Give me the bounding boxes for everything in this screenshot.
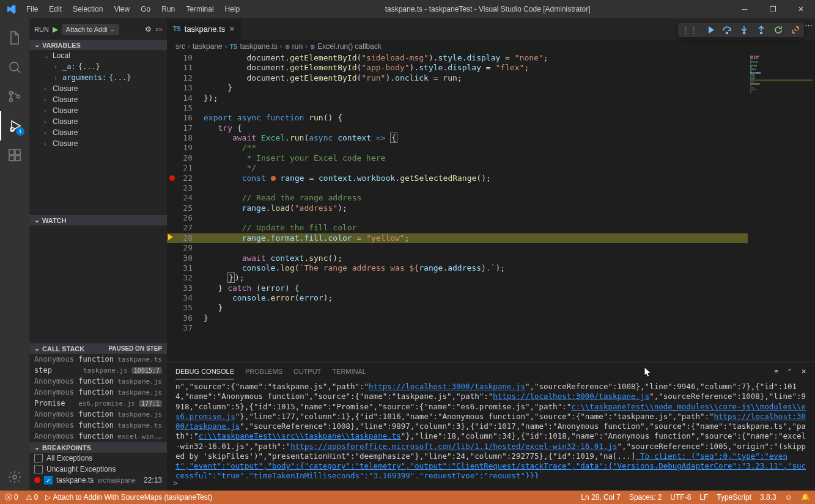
step-over-icon[interactable]	[722, 25, 732, 35]
callstack-frame[interactable]: Anonymous functionexcel-win...	[29, 431, 167, 442]
drag-handle-icon[interactable]: ⋮⋮	[682, 26, 698, 35]
explorer-icon[interactable]	[0, 23, 29, 53]
svg-point-0	[10, 62, 18, 71]
menu-selection[interactable]: Selection	[68, 2, 108, 16]
status-spaces[interactable]: Spaces: 2	[629, 493, 662, 502]
menu-bar: FileEditSelectionViewGoRunTerminalHelp	[21, 2, 245, 16]
code-editor[interactable]: 10 document.getElementById("sideload-msg…	[167, 53, 748, 362]
variable-item[interactable]: ›_a: {...}	[29, 61, 167, 72]
minimap[interactable]: ████ ██ ████████ ██ ███████ ██ █████████…	[748, 53, 815, 362]
vscode-logo	[0, 4, 21, 14]
scope-closure[interactable]: ›Closure	[29, 94, 167, 105]
callstack-frame[interactable]: Anonymous functiontaskpane.ts	[29, 354, 167, 365]
close-tab-icon[interactable]: ✕	[229, 24, 235, 34]
extensions-icon[interactable]	[0, 141, 29, 170]
step-into-icon[interactable]	[739, 25, 749, 35]
debug-console-toggle-icon[interactable]: ▭	[155, 25, 162, 34]
restart-icon[interactable]	[773, 25, 783, 35]
search-icon[interactable]	[0, 53, 29, 82]
variable-item[interactable]: ›arguments: {...}	[29, 72, 167, 83]
tab-debug-console[interactable]: DEBUG CONSOLE	[175, 364, 234, 379]
gear-icon[interactable]: ⚙	[145, 25, 152, 34]
scope-local[interactable]: ⌄Local	[29, 50, 167, 61]
breakpoints-section-header[interactable]: ⌄BREAKPOINTS	[29, 442, 167, 453]
run-label: RUN	[34, 26, 49, 33]
svg-point-10	[726, 32, 728, 34]
status-errors[interactable]: ⓧ 0	[5, 492, 18, 503]
svg-rect-8	[15, 150, 20, 155]
bell-icon[interactable]: 🔔	[801, 493, 810, 502]
uncaught-exceptions[interactable]: Uncaught Exceptions	[29, 464, 167, 475]
status-ts-version[interactable]: 3.8.3	[760, 493, 776, 502]
start-debug-icon[interactable]: ▶	[53, 25, 58, 34]
more-actions-icon[interactable]: ⋯	[805, 21, 813, 30]
continue-icon[interactable]	[705, 25, 715, 35]
menu-go[interactable]: Go	[136, 2, 155, 16]
menu-help[interactable]: Help	[220, 2, 245, 16]
disconnect-icon[interactable]	[791, 25, 800, 35]
callstack-frame[interactable]: Anonymous functiontaskpane.js	[29, 376, 167, 387]
status-line-col[interactable]: Ln 28, Col 7	[581, 493, 621, 502]
filter-icon[interactable]: ≡	[775, 368, 778, 376]
scope-closure[interactable]: ›Closure	[29, 138, 167, 149]
scope-closure[interactable]: ›Closure	[29, 83, 167, 94]
close-button[interactable]: ✕	[787, 0, 815, 18]
menu-view[interactable]: View	[109, 2, 135, 16]
menu-file[interactable]: File	[21, 2, 43, 16]
menu-run[interactable]: Run	[157, 2, 180, 16]
variables-section-header[interactable]: ⌄VARIABLES	[29, 40, 167, 50]
scope-closure[interactable]: ›Closure	[29, 105, 167, 116]
svg-point-9	[13, 475, 17, 479]
minimize-button[interactable]: ─	[731, 0, 759, 18]
menu-edit[interactable]: Edit	[44, 2, 67, 16]
callstack-frame[interactable]: Anonymous functiontaskpane.ts	[29, 420, 167, 431]
tab-terminal[interactable]: TERMINAL	[332, 364, 366, 379]
callstack-section-header[interactable]: ⌄CALL STACKPAUSED ON STEP	[29, 343, 167, 354]
debug-sidebar: RUN ▶ Attach to Addi ⌄ ⚙ ▭ ⌄VARIABLES ⌄L…	[29, 18, 167, 492]
status-encoding[interactable]: UTF-8	[670, 493, 691, 502]
watch-section-header[interactable]: ⌄WATCH	[29, 215, 167, 225]
breakpoint-dot-icon	[34, 477, 40, 483]
activity-bar: 1	[0, 18, 29, 492]
debug-console-output[interactable]: n","source":{"name":"taskpane.js","path"…	[167, 381, 815, 478]
svg-point-12	[761, 32, 762, 34]
bottom-panel: DEBUG CONSOLE PROBLEMS OUTPUT TERMINAL ≡…	[167, 362, 815, 492]
watch-body[interactable]	[29, 225, 167, 343]
settings-gear-icon[interactable]	[0, 462, 29, 492]
menu-terminal[interactable]: Terminal	[181, 2, 218, 16]
svg-point-11	[743, 32, 745, 34]
callstack-frame[interactable]: Anonymous functiontaskpane.js	[29, 409, 167, 420]
feedback-icon[interactable]: ☺	[785, 493, 792, 502]
breakpoint-file[interactable]: ✓ taskpane.ts src\taskpane 22:13	[29, 475, 167, 486]
step-out-icon[interactable]	[756, 25, 766, 35]
tab-taskpane[interactable]: TS taskpane.ts ✕	[167, 18, 242, 40]
status-eol[interactable]: LF	[699, 493, 708, 502]
run-header: RUN ▶ Attach to Addi ⌄ ⚙ ▭	[29, 18, 167, 40]
source-control-icon[interactable]	[0, 82, 29, 111]
scope-closure[interactable]: ›Closure	[29, 127, 167, 138]
debug-console-input[interactable]: >	[167, 478, 815, 492]
callstack-frame[interactable]: steptaskpane.js10015:7	[29, 365, 167, 376]
callstack-frame[interactable]: Anonymous functiontaskpane.js	[29, 387, 167, 398]
tab-problems[interactable]: PROBLEMS	[245, 364, 282, 379]
run-debug-icon[interactable]: 1	[0, 111, 29, 141]
status-lang[interactable]: TypeScript	[717, 493, 751, 502]
breakpoint-checkbox[interactable]: ✓	[44, 476, 53, 484]
panel-tabs: DEBUG CONSOLE PROBLEMS OUTPUT TERMINAL ≡…	[167, 362, 815, 381]
all-exceptions[interactable]: All Exceptions	[29, 453, 167, 464]
scope-closure[interactable]: ›Closure	[29, 116, 167, 127]
close-panel-icon[interactable]: ✕	[801, 368, 806, 376]
debug-toolbar[interactable]: ⋮⋮	[678, 23, 804, 37]
chevron-up-icon[interactable]: ⌃	[787, 368, 792, 376]
status-warnings[interactable]: ⚠ 0	[26, 493, 39, 502]
debug-config-selector[interactable]: Attach to Addi ⌄	[62, 24, 119, 35]
callstack-frame[interactable]: Promisees6.promise.js177:1	[29, 398, 167, 409]
maximize-button[interactable]: ❐	[759, 0, 787, 18]
svg-rect-6	[9, 156, 14, 161]
status-launch[interactable]: ▷ Attach to Addin With SourceMaps (taskp…	[45, 493, 212, 502]
breadcrumbs[interactable]: src› taskpane› TStaskpane.ts› ⊕run› ⊕Exc…	[167, 40, 815, 53]
svg-point-3	[17, 95, 20, 98]
debug-badge: 1	[16, 127, 24, 136]
svg-point-1	[10, 92, 13, 95]
tab-output[interactable]: OUTPUT	[293, 364, 321, 379]
